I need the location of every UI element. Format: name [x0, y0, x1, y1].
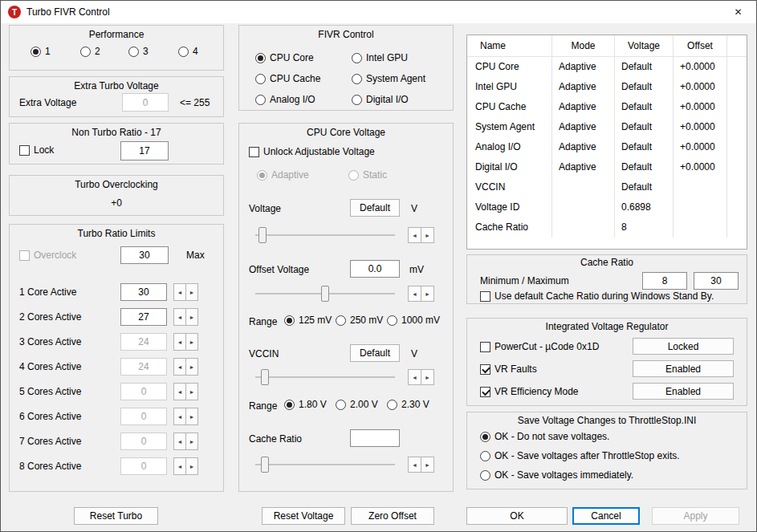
fivr-option-system-agent[interactable]: System Agent — [352, 73, 425, 84]
spin-right-button[interactable]: ► — [185, 457, 198, 475]
spin-left-button[interactable]: ◄ — [173, 333, 186, 351]
fivr-option-analog-io[interactable]: Analog I/O — [255, 94, 315, 105]
spin-right-button[interactable]: ► — [185, 433, 198, 450]
performance-option-2[interactable]: 2 — [80, 46, 100, 57]
spin-right-button[interactable]: ► — [185, 333, 198, 351]
slider-thumb[interactable] — [261, 369, 269, 385]
vccin-default-button[interactable]: Default — [350, 344, 400, 362]
spin-left-button[interactable]: ◄ — [408, 227, 421, 243]
voltage-default-button[interactable]: Default — [350, 199, 400, 217]
adaptive-radio[interactable]: Adaptive — [257, 169, 309, 181]
core-ratio-input[interactable] — [120, 457, 167, 475]
cache-ratio-max-input[interactable] — [694, 272, 739, 290]
spin-left-button[interactable]: ◄ — [173, 308, 186, 326]
table-row[interactable]: Cache Ratio 8 — [467, 217, 747, 238]
core-ratio-input[interactable] — [120, 408, 167, 425]
spin-right-button[interactable]: ► — [421, 227, 434, 243]
fivr-option-cpu-cache[interactable]: CPU Cache — [255, 73, 320, 84]
fivr-option-cpu-core[interactable]: CPU Core — [255, 52, 314, 63]
overclock-checkbox[interactable]: Overclock — [19, 250, 76, 261]
vr-efficiency-state-button[interactable]: Enabled — [633, 383, 734, 400]
voltage-slider[interactable] — [255, 227, 395, 243]
range-1000mv-radio[interactable]: 1000 mV — [387, 315, 440, 326]
radio-icon — [348, 170, 359, 181]
powercut-checkbox[interactable]: PowerCut - µCode 0x1D — [480, 341, 599, 352]
spin-left-button[interactable]: ◄ — [173, 408, 186, 425]
slider-thumb[interactable] — [258, 227, 267, 243]
vr-faults-checkbox[interactable]: VR Faults — [480, 363, 537, 375]
spin-right-button[interactable]: ► — [421, 457, 434, 473]
range-180v-radio[interactable]: 1.80 V — [284, 399, 327, 410]
spin-left-button[interactable]: ◄ — [173, 457, 186, 475]
range-200v-radio[interactable]: 2.00 V — [336, 399, 378, 410]
spin-right-button[interactable]: ► — [185, 408, 198, 425]
save-option-on-exit[interactable]: OK - Save voltages after ThrottleStop ex… — [480, 450, 680, 461]
spin-left-button[interactable]: ◄ — [408, 286, 421, 302]
spin-right-button[interactable]: ► — [185, 283, 198, 301]
table-row[interactable]: Digital I/O Adaptive Default +0.0000 — [467, 157, 747, 177]
overclock-max-input[interactable] — [120, 246, 169, 264]
spin-right-button[interactable]: ► — [185, 383, 198, 400]
zero-offset-button[interactable]: Zero Offset — [351, 507, 434, 525]
reset-turbo-button[interactable]: Reset Turbo — [74, 507, 158, 525]
close-icon[interactable]: ✕ — [720, 1, 756, 23]
unlock-voltage-checkbox[interactable]: Unlock Adjustable Voltage — [249, 146, 375, 157]
apply-button[interactable]: Apply — [652, 507, 739, 525]
offset-slider[interactable] — [255, 286, 395, 302]
cache-ratio-slider[interactable] — [255, 457, 395, 473]
core-ratio-input[interactable] — [120, 308, 167, 326]
extra-voltage-input[interactable] — [122, 93, 169, 112]
cache-ratio-min-input[interactable] — [642, 272, 687, 290]
table-row[interactable]: VCCIN Default — [467, 177, 747, 197]
table-row[interactable]: Analog I/O Adaptive Default +0.0000 — [467, 137, 747, 157]
range-250mv-radio[interactable]: 250 mV — [336, 315, 383, 326]
cancel-button[interactable]: Cancel — [572, 507, 640, 525]
ok-button[interactable]: OK — [466, 507, 568, 525]
vr-efficiency-checkbox[interactable]: VR Efficiency Mode — [480, 386, 579, 397]
save-option-immediate[interactable]: OK - Save voltages immediately. — [480, 469, 633, 481]
fivr-option-intel-gpu[interactable]: Intel GPU — [352, 52, 408, 63]
spin-right-button[interactable]: ► — [421, 369, 434, 385]
slider-track[interactable] — [255, 234, 395, 236]
core-ratio-input[interactable] — [120, 433, 167, 450]
spin-left-button[interactable]: ◄ — [173, 383, 186, 400]
performance-option-4[interactable]: 4 — [178, 46, 198, 57]
slider-track[interactable] — [255, 464, 395, 465]
table-row[interactable]: Intel GPU Adaptive Default +0.0000 — [467, 77, 747, 97]
core-ratio-input[interactable] — [120, 283, 167, 301]
non-turbo-ratio-input[interactable] — [120, 141, 169, 160]
spin-left-button[interactable]: ◄ — [173, 433, 186, 450]
table-row[interactable]: Voltage ID 0.6898 — [467, 197, 747, 217]
fivr-option-digital-io[interactable]: Digital I/O — [352, 94, 409, 105]
table-row[interactable]: System Agent Adaptive Default +0.0000 — [467, 117, 747, 137]
table-row[interactable]: CPU Cache Adaptive Default +0.0000 — [467, 97, 747, 117]
spin-right-button[interactable]: ► — [185, 308, 198, 326]
powercut-state-button[interactable]: Locked — [633, 338, 734, 355]
slider-track[interactable] — [255, 376, 395, 378]
vr-faults-state-button[interactable]: Enabled — [633, 360, 734, 377]
reset-voltage-button[interactable]: Reset Voltage — [262, 507, 345, 525]
static-radio[interactable]: Static — [348, 169, 387, 181]
spin-left-button[interactable]: ◄ — [408, 457, 421, 473]
vccin-slider[interactable] — [255, 369, 395, 385]
table-row[interactable]: CPU Core Adaptive Default +0.0000 — [467, 57, 747, 77]
lock-checkbox[interactable]: Lock — [19, 144, 54, 156]
performance-option-3[interactable]: 3 — [128, 46, 149, 57]
range-125mv-radio[interactable]: 125 mV — [284, 315, 332, 326]
core-ratio-input[interactable] — [120, 383, 167, 400]
spin-right-button[interactable]: ► — [421, 286, 434, 302]
offset-voltage-input[interactable] — [350, 260, 400, 278]
spin-left-button[interactable]: ◄ — [408, 369, 421, 385]
slider-thumb[interactable] — [321, 286, 329, 302]
core-ratio-input[interactable] — [120, 358, 167, 376]
spin-left-button[interactable]: ◄ — [173, 358, 186, 376]
save-option-none[interactable]: OK - Do not save voltages. — [480, 431, 609, 442]
slider-thumb[interactable] — [261, 457, 269, 473]
spin-left-button[interactable]: ◄ — [173, 283, 186, 301]
standby-cache-checkbox[interactable]: Use default Cache Ratio during Windows S… — [480, 290, 714, 302]
range-230v-radio[interactable]: 2.30 V — [387, 399, 429, 410]
performance-option-1[interactable]: 1 — [31, 46, 51, 57]
core-ratio-input[interactable] — [120, 333, 167, 351]
spin-right-button[interactable]: ► — [185, 358, 198, 376]
cache-ratio-input[interactable] — [350, 429, 400, 447]
